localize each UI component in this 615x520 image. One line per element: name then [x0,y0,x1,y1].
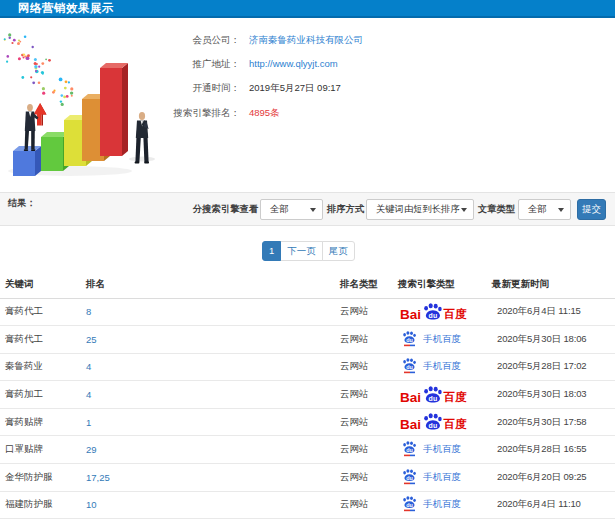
rank-link[interactable]: 10 [86,499,97,510]
table-row: 金华防护服17,25云网站du手机百度2020年6月20日 09:25 [0,464,615,492]
svg-text:du: du [429,312,438,319]
info-label: 推广地址： [0,52,240,76]
rank-link[interactable]: 8 [86,306,91,317]
sort-select-value: 关键词由短到长排序 [376,204,460,214]
ranking-table: 关键词 排名 排名类型 搜索引擎类型 最新更新时间 膏药代工8云网站Baidu百… [0,271,615,519]
rank-link[interactable]: 17,25 [86,472,110,483]
updated-time-cell: 2020年5月30日 17:58 [492,408,615,436]
mobile-baidu-icon: du [402,358,418,375]
svg-text:百度: 百度 [443,307,468,320]
svg-text:du: du [429,394,438,401]
info-value: 2019年5月27日 09:17 [249,76,341,100]
engine-type-cell: du手机百度 [398,491,492,519]
rank-cell: 4 [86,353,340,381]
rank-cell: 25 [86,326,340,354]
member-info-list: 会员公司：济南秦鲁药业科技有限公司推广地址：http://www.qlyyjt.… [0,18,615,192]
info-value: 4895条 [249,101,280,125]
mobile-baidu-label: 手机百度 [423,498,461,511]
rank-cell: 8 [86,298,340,326]
rank-type-cell: 云网站 [340,408,398,436]
engine-type-cell: du手机百度 [398,436,492,464]
keyword-cell: 膏药代工 [0,326,86,354]
rank-type-cell: 云网站 [340,436,398,464]
engine-filter-label: 分搜索引擎查看 [193,193,258,225]
rank-type-cell: 云网站 [340,326,398,354]
col-header-rank: 排名 [86,271,340,298]
mobile-baidu-logo: du手机百度 [398,331,492,348]
table-row: 口罩贴牌29云网站du手机百度2020年5月28日 16:55 [0,436,615,464]
pagination: 1 下一页 尾页 [262,241,355,261]
updated-time-cell: 2020年5月30日 18:06 [492,326,615,354]
svg-text:Bai: Bai [400,306,421,321]
mobile-baidu-label: 手机百度 [423,471,461,484]
result-label: 结果： [8,197,36,210]
page-1-button[interactable]: 1 [262,241,281,261]
last-page-button[interactable]: 尾页 [322,241,355,261]
article-type-select-value: 全部 [528,204,547,214]
baidu-logo: Baidu百度 [400,386,468,404]
col-header-keyword: 关键词 [0,271,86,298]
engine-type-cell: du手机百度 [398,326,492,354]
keyword-cell: 福建防护服 [0,491,86,519]
mobile-baidu-logo: du手机百度 [398,441,492,458]
updated-time-cell: 2020年6月4日 11:10 [492,491,615,519]
mobile-baidu-logo: du手机百度 [398,358,492,375]
rank-type-cell: 云网站 [340,353,398,381]
rank-link[interactable]: 4 [86,389,91,400]
rank-type-cell: 云网站 [340,491,398,519]
mobile-baidu-icon: du [402,441,418,458]
info-row: 会员公司：济南秦鲁药业科技有限公司 [0,28,615,52]
info-label: 会员公司： [0,28,240,52]
updated-time-cell: 2020年6月20日 09:25 [492,464,615,492]
rank-type-cell: 云网站 [340,464,398,492]
table-row: 膏药代工8云网站Baidu百度2020年6月4日 11:15 [0,298,615,326]
svg-text:du: du [406,337,413,343]
col-header-rank-type: 排名类型 [340,271,398,298]
baidu-logo: Baidu百度 [400,413,468,431]
keyword-cell: 秦鲁药业 [0,353,86,381]
rank-cell: 29 [86,436,340,464]
keyword-cell: 口罩贴牌 [0,436,86,464]
table-header-row: 关键词 排名 排名类型 搜索引擎类型 最新更新时间 [0,271,615,298]
mobile-baidu-icon: du [402,469,418,486]
info-value-link[interactable]: 济南秦鲁药业科技有限公司 [249,28,363,52]
updated-time-cell: 2020年5月28日 17:02 [492,353,615,381]
info-row: 开通时间：2019年5月27日 09:17 [0,76,615,100]
svg-text:百度: 百度 [443,390,468,403]
svg-text:百度: 百度 [443,417,468,430]
rank-link[interactable]: 1 [86,417,91,428]
mobile-baidu-logo: du手机百度 [398,496,492,513]
mobile-baidu-icon: du [402,331,418,348]
chevron-down-icon [558,208,564,212]
next-page-button[interactable]: 下一页 [280,241,323,261]
keyword-cell: 金华防护服 [0,464,86,492]
engine-type-cell: Baidu百度 [398,381,492,409]
rank-type-cell: 云网站 [340,298,398,326]
rank-cell: 17,25 [86,464,340,492]
submit-button[interactable]: 提交 [577,199,606,220]
svg-text:du: du [406,447,413,453]
baidu-logo: Baidu百度 [400,303,468,321]
sort-label: 排序方式 [327,193,364,225]
rank-link[interactable]: 29 [86,444,97,455]
mobile-baidu-label: 手机百度 [423,443,461,456]
engine-type-cell: du手机百度 [398,353,492,381]
engine-select[interactable]: 全部 [260,199,323,220]
mobile-baidu-icon: du [402,496,418,513]
rank-link[interactable]: 4 [86,361,91,372]
rank-link[interactable]: 25 [86,334,97,345]
table-row: 秦鲁药业4云网站du手机百度2020年5月28日 17:02 [0,353,615,381]
svg-text:Bai: Bai [400,389,421,404]
sort-select[interactable]: 关键词由短到长排序 [366,199,474,220]
engine-type-cell: Baidu百度 [398,408,492,436]
article-type-select[interactable]: 全部 [518,199,571,220]
updated-time-cell: 2020年5月28日 16:55 [492,436,615,464]
mobile-baidu-label: 手机百度 [423,333,461,346]
rank-cell: 4 [86,381,340,409]
keyword-cell: 膏药代工 [0,298,86,326]
page-title: 网络营销效果展示 [18,0,114,17]
info-value-link[interactable]: http://www.qlyyjt.com [249,52,338,76]
keyword-cell: 膏药贴牌 [0,408,86,436]
mobile-baidu-logo: du手机百度 [398,469,492,486]
engine-type-cell: Baidu百度 [398,298,492,326]
